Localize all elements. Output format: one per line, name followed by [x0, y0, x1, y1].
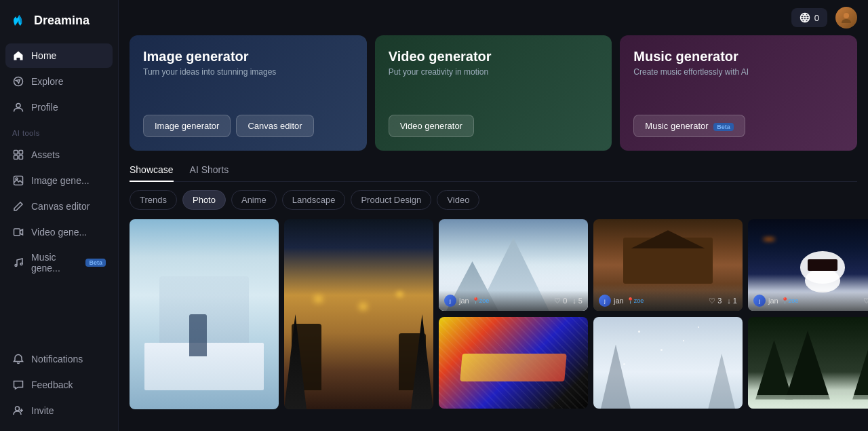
user-avatar[interactable]	[835, 7, 857, 29]
grid-icon	[12, 149, 24, 161]
sidebar-item-home[interactable]: Home	[5, 43, 113, 68]
avatar-icon	[840, 11, 853, 24]
sidebar-item-notifications-label: Notifications	[31, 354, 83, 364]
svg-point-1	[16, 104, 20, 108]
sidebar-item-feedback[interactable]: Feedback	[5, 373, 113, 397]
tab-ai-shorts[interactable]: AI Shorts	[190, 159, 229, 182]
grid-item-3-user: j jan 📍zoe	[444, 295, 489, 307]
app-name: Dreamina	[34, 14, 90, 28]
video-card-subtitle: Put your creativity in motion	[389, 67, 599, 77]
video-icon	[12, 226, 24, 238]
pill-video[interactable]: Video	[437, 190, 479, 210]
likes-stat-5: ♡ 1	[863, 297, 868, 305]
pill-photo[interactable]: Photo	[182, 190, 226, 210]
ai-tools-label: AI tools	[0, 122, 118, 140]
pill-product-design[interactable]: Product Design	[351, 190, 431, 210]
grid-item-5-user: j jan 📍zoe	[753, 295, 798, 307]
sidebar-item-assets[interactable]: Assets	[5, 143, 113, 167]
image-card-subtitle: Turn your ideas into stunning images	[143, 67, 353, 77]
sidebar-item-image-label: Image gene...	[31, 175, 90, 186]
globe-button[interactable]: 0	[791, 8, 827, 27]
downloads-stat-4: ↓ 1	[727, 297, 737, 305]
sidebar-item-music-gen[interactable]: Music gene... Beta	[5, 246, 113, 280]
video-card-buttons: Video generator	[389, 115, 599, 137]
grid-item-4-overlay: j jan 📍zoe ♡ 3 ↓ 1	[593, 291, 743, 311]
image-card-buttons: Image generator Canvas editor	[143, 115, 353, 137]
tabs-row: Showcase AI Shorts	[130, 159, 857, 182]
music-icon	[12, 257, 24, 269]
compass-icon	[12, 75, 24, 88]
edit-icon	[12, 200, 24, 212]
content-area: Showcase AI Shorts Trends Photo Anime La…	[119, 159, 868, 431]
video-generator-button[interactable]: Video generator	[389, 115, 474, 137]
user-avatar-4: j	[599, 295, 611, 307]
sidebar-item-feedback-label: Feedback	[31, 379, 73, 390]
svg-point-9	[15, 265, 17, 267]
grid-item-2[interactable]	[284, 219, 433, 409]
sidebar-item-invite[interactable]: Invite	[5, 398, 113, 423]
downloads-stat-3: ↓ 5	[572, 297, 583, 305]
svg-rect-3	[19, 151, 23, 155]
video-generator-card: Video generator Put your creativity in m…	[375, 35, 612, 151]
grid-item-5-stats: ♡ 1 ↓ 1	[863, 297, 868, 305]
grid-item-4-user: j jan 📍zoe	[599, 295, 644, 307]
tab-showcase[interactable]: Showcase	[130, 159, 174, 182]
sidebar-item-video-label: Video gene...	[31, 227, 87, 238]
sidebar-item-image-gen[interactable]: Image gene...	[5, 168, 113, 193]
sidebar-item-home-label: Home	[31, 50, 56, 61]
globe-count: 0	[814, 13, 819, 23]
logo-area: Dreamina	[0, 0, 118, 41]
user-avatar-5: j	[753, 295, 766, 307]
grid-item-3-overlay: j jan 📍zoe ♡ 0 ↓ 5	[439, 291, 588, 311]
music-generator-button[interactable]: Music generator Beta	[633, 115, 745, 137]
grid-item-3[interactable]: j jan 📍zoe ♡ 0 ↓ 5	[439, 219, 588, 311]
music-card-beta-badge: Beta	[713, 123, 734, 131]
grid-item-1[interactable]	[130, 219, 279, 409]
pill-trends[interactable]: Trends	[130, 190, 177, 210]
image-grid: j jan 📍zoe ♡ 0 ↓ 5	[130, 219, 857, 409]
sidebar-item-notifications[interactable]: Notifications	[5, 347, 113, 371]
user-icon	[12, 101, 24, 113]
pill-anime[interactable]: Anime	[231, 190, 277, 210]
sidebar-item-canvas-label: Canvas editor	[31, 201, 90, 212]
top-nav: Home Explore Profile	[0, 41, 118, 122]
sidebar-item-profile-label: Profile	[31, 102, 58, 113]
music-card-title: Music generator	[633, 49, 844, 64]
music-generator-card: Music generator Create music effortlessl…	[620, 35, 857, 151]
sidebar-item-video-gen[interactable]: Video gene...	[5, 220, 113, 244]
topbar: 0	[119, 0, 868, 35]
sidebar-item-explore[interactable]: Explore	[5, 69, 113, 94]
svg-point-10	[20, 263, 22, 265]
grid-item-7[interactable]	[593, 317, 743, 409]
sidebar-item-explore-label: Explore	[31, 76, 63, 87]
image-generator-button[interactable]: Image generator	[143, 115, 231, 137]
grid-item-5-overlay: j jan 📍zoe ♡ 1 ↓ 1	[748, 291, 868, 311]
sidebar-item-canvas[interactable]: Canvas editor	[5, 194, 113, 219]
hero-cards-section: Image generator Turn your ideas into stu…	[119, 35, 868, 159]
main-content: 0 Image generator Turn your ideas into s…	[119, 0, 868, 431]
sidebar: Dreamina Home Explore	[0, 0, 119, 431]
svg-rect-4	[14, 155, 18, 160]
svg-point-0	[14, 77, 23, 86]
svg-rect-5	[19, 155, 23, 160]
home-icon	[12, 50, 24, 62]
image-card-title: Image generator	[143, 49, 353, 64]
grid-item-8[interactable]	[748, 317, 868, 409]
likes-stat-4: ♡ 3	[709, 297, 722, 305]
grid-item-5[interactable]: j jan 📍zoe ♡ 1 ↓ 1	[748, 219, 868, 311]
likes-stat-3: ♡ 0	[554, 297, 567, 305]
music-card-buttons: Music generator Beta	[633, 115, 844, 137]
pill-landscape[interactable]: Landscape	[282, 190, 346, 210]
canvas-editor-button[interactable]: Canvas editor	[236, 115, 313, 137]
sidebar-item-music-label: Music gene...	[31, 252, 76, 274]
music-card-subtitle: Create music effortlessly with AI	[633, 67, 844, 77]
grid-item-4[interactable]: j jan 📍zoe ♡ 3 ↓ 1	[593, 219, 743, 311]
user-avatar-3: j	[444, 295, 456, 307]
grid-item-6[interactable]	[439, 317, 588, 409]
sidebar-item-profile[interactable]: Profile	[5, 95, 113, 119]
svg-rect-2	[14, 151, 18, 155]
sidebar-item-invite-label: Invite	[31, 405, 54, 416]
grid-item-4-stats: ♡ 3 ↓ 1	[709, 297, 737, 305]
svg-point-13	[844, 13, 849, 18]
user-plus-icon	[12, 405, 24, 417]
